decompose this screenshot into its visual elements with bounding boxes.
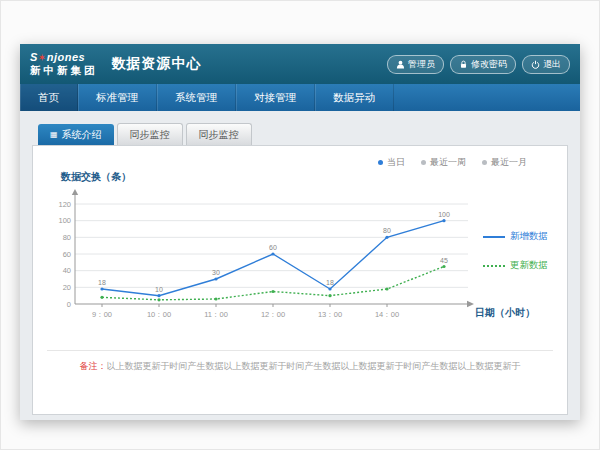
nav-item-system-mgmt[interactable]: 系统管理 (157, 84, 236, 111)
tab-label: 同步监控 (130, 129, 170, 140)
svg-text:13：00: 13：00 (318, 310, 342, 319)
svg-text:120: 120 (58, 200, 71, 209)
svg-text:60: 60 (63, 250, 71, 259)
change-password-button-label: 修改密码 (471, 58, 507, 71)
svg-text:100: 100 (438, 211, 450, 218)
nav-item-standard-mgmt[interactable]: 标准管理 (78, 84, 157, 111)
svg-text:40: 40 (63, 266, 71, 275)
admin-button-label: 管理员 (408, 58, 435, 71)
svg-text:9：00: 9：00 (92, 310, 112, 319)
header-actions: 管理员 修改密码 退出 (387, 55, 570, 74)
logo-text-part: S (30, 51, 38, 63)
svg-text:20: 20 (63, 283, 71, 292)
series-legend-label: 更新数据 (510, 259, 548, 272)
footnote-prefix: 备注： (80, 361, 107, 371)
svg-text:100: 100 (58, 216, 71, 225)
series-legend-new-data[interactable]: 新增数据 (483, 230, 548, 243)
dot-icon (378, 160, 383, 165)
tab-sync-monitor-1[interactable]: 同步监控 (117, 123, 183, 145)
range-filter-label: 最近一周 (430, 156, 466, 169)
range-filter-last-month[interactable]: 最近一月 (482, 156, 527, 169)
logout-button-label: 退出 (543, 58, 561, 71)
logout-button[interactable]: 退出 (522, 55, 570, 74)
svg-text:18: 18 (98, 279, 106, 286)
range-filter-last-week[interactable]: 最近一周 (421, 156, 466, 169)
nav-item-integration-mgmt[interactable]: 对接管理 (236, 84, 315, 111)
svg-text:10：00: 10：00 (147, 310, 171, 319)
content-area: ▦ 系统介绍 同步监控 同步监控 当日 最近一周 (20, 111, 580, 420)
chart-panel: 当日 最近一周 最近一月 数据交换（条） 0204060801001209：00… (32, 145, 568, 415)
logo-text-part: njones (47, 51, 85, 63)
svg-text:45: 45 (440, 257, 448, 264)
brand-logo-subtitle: 新中新集团 (30, 65, 98, 76)
tab-label: 系统介绍 (62, 128, 102, 142)
line-chart-svg: 0204060801001209：0010：0011：0012：0013：001… (47, 186, 477, 334)
user-icon (396, 60, 405, 69)
dot-icon (421, 160, 426, 165)
svg-text:10: 10 (155, 286, 163, 293)
svg-text:0: 0 (67, 300, 71, 309)
svg-text:80: 80 (383, 227, 391, 234)
brand-logo: S✶njones 新中新集团 (30, 52, 98, 76)
svg-text:60: 60 (269, 244, 277, 251)
chart-row: 0204060801001209：0010：0011：0012：0013：001… (47, 186, 553, 334)
series-legend-updated-data[interactable]: 更新数据 (483, 259, 548, 272)
svg-text:14：00: 14：00 (375, 310, 399, 319)
logo-star-icon: ✶ (38, 52, 47, 63)
range-filter-label: 最近一月 (491, 156, 527, 169)
series-line-0 (102, 221, 444, 296)
tab-label: 同步监控 (199, 129, 239, 140)
dot-icon (482, 160, 487, 165)
power-icon (531, 60, 540, 69)
svg-text:18: 18 (326, 279, 334, 286)
range-filter-label: 当日 (387, 156, 405, 169)
range-filter-today[interactable]: 当日 (378, 156, 405, 169)
svg-text:30: 30 (212, 269, 220, 276)
time-range-legend: 当日 最近一周 最近一月 (378, 156, 527, 169)
footnote-text: 以上数据更新于时间产生数据以上数据更新于时间产生数据以上数据更新于时间产生数据以… (107, 361, 521, 371)
nav-item-data-change[interactable]: 数据异动 (315, 84, 394, 111)
main-nav: 首页 标准管理 系统管理 对接管理 数据异动 (20, 84, 580, 111)
solid-line-icon (483, 236, 505, 238)
tab-bar: ▦ 系统介绍 同步监控 同步监控 (38, 123, 568, 145)
grid-icon: ▦ (50, 131, 58, 139)
app-header: S✶njones 新中新集团 数据资源中心 管理员 修改密码 退出 (20, 44, 580, 84)
change-password-button[interactable]: 修改密码 (450, 55, 516, 74)
x-axis-title: 日期（小时） (475, 306, 535, 320)
brand-logo-text: S✶njones (30, 52, 98, 63)
page-title: 数据资源中心 (112, 55, 202, 73)
nav-item-home[interactable]: 首页 (20, 84, 78, 111)
footnote: 备注：以上数据更新于时间产生数据以上数据更新于时间产生数据以上数据更新于时间产生… (47, 350, 553, 373)
admin-button[interactable]: 管理员 (387, 55, 444, 74)
tab-sync-monitor-2[interactable]: 同步监控 (186, 123, 252, 145)
lock-icon (459, 60, 468, 69)
dotted-line-icon (483, 265, 505, 267)
series-legend-label: 新增数据 (510, 230, 548, 243)
y-axis-title: 数据交换（条） (61, 170, 553, 184)
svg-text:80: 80 (63, 233, 71, 242)
app-window: S✶njones 新中新集团 数据资源中心 管理员 修改密码 退出 首页 标准管… (20, 44, 580, 420)
svg-text:12：00: 12：00 (261, 310, 285, 319)
svg-text:11：00: 11：00 (204, 310, 228, 319)
tab-system-intro[interactable]: ▦ 系统介绍 (38, 124, 114, 145)
